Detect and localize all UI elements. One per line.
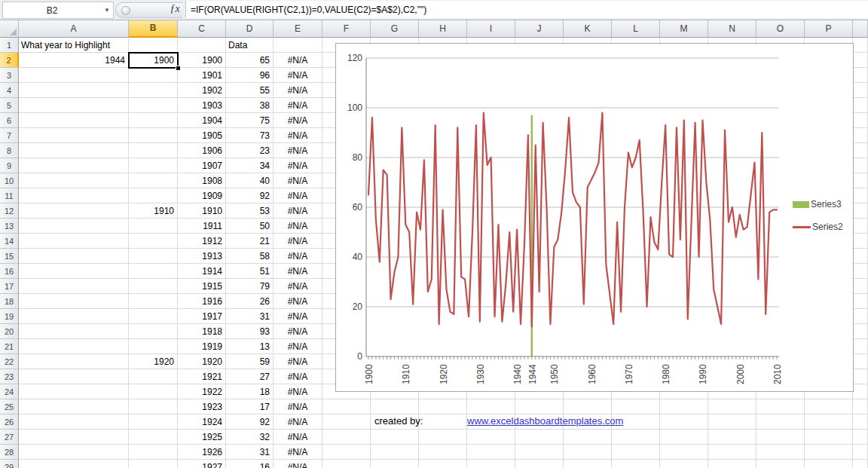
cell[interactable] [660, 460, 708, 468]
cell[interactable] [564, 430, 612, 445]
cell[interactable] [756, 445, 805, 460]
cell[interactable] [19, 68, 129, 83]
cell[interactable]: #N/A [274, 279, 322, 294]
row-header-16[interactable]: 16 [0, 264, 19, 279]
cell[interactable] [805, 460, 853, 468]
legend-item-series2[interactable]: Series2 [793, 222, 843, 232]
cell[interactable] [129, 414, 178, 430]
cell[interactable] [612, 445, 660, 460]
column-header-A[interactable]: A [19, 20, 129, 38]
cell[interactable]: 1925 [178, 430, 226, 445]
row-header-7[interactable]: 7 [0, 128, 19, 143]
cell[interactable]: 34 [226, 158, 274, 173]
cell[interactable] [708, 430, 756, 445]
cell[interactable]: 1920 [178, 354, 226, 369]
column-header-G[interactable]: G [371, 20, 419, 38]
cell[interactable]: 55 [226, 83, 274, 98]
cell[interactable] [19, 264, 129, 279]
cell[interactable]: 1918 [178, 324, 226, 339]
cell[interactable]: 40 [226, 173, 274, 188]
cell[interactable] [853, 399, 868, 414]
cell[interactable] [564, 445, 612, 460]
cell[interactable]: What year to Highlight [19, 38, 129, 53]
row-header-22[interactable]: 22 [0, 354, 19, 369]
cell[interactable]: #N/A [274, 309, 322, 324]
cell[interactable]: 31 [226, 445, 274, 460]
cell[interactable]: 75 [226, 113, 274, 128]
cell[interactable]: 58 [226, 249, 274, 264]
cell[interactable] [853, 188, 868, 203]
cell[interactable] [19, 158, 129, 173]
row-header-27[interactable]: 27 [0, 430, 19, 445]
cell[interactable]: 31 [226, 309, 274, 324]
cell[interactable]: 93 [226, 324, 274, 339]
cell[interactable]: 16 [226, 460, 274, 468]
cell[interactable] [19, 430, 129, 445]
cell[interactable]: 59 [226, 354, 274, 369]
cell[interactable]: 1907 [178, 158, 226, 173]
cell[interactable]: #N/A [274, 128, 322, 143]
cell[interactable] [853, 279, 868, 294]
cell[interactable]: #N/A [274, 203, 322, 219]
row-header-26[interactable]: 26 [0, 414, 19, 430]
cell[interactable] [853, 339, 868, 354]
cell[interactable] [853, 249, 868, 264]
cell[interactable] [371, 460, 419, 468]
cell[interactable] [19, 294, 129, 309]
cell[interactable]: #N/A [274, 369, 322, 384]
cell[interactable] [19, 324, 129, 339]
cell[interactable] [853, 309, 868, 324]
cell[interactable] [19, 234, 129, 249]
row-header-13[interactable]: 13 [0, 219, 19, 234]
row-header-24[interactable]: 24 [0, 384, 19, 399]
cell[interactable]: 1915 [178, 279, 226, 294]
cell[interactable]: 96 [226, 68, 274, 83]
cell[interactable]: 1911 [178, 219, 226, 234]
cell[interactable] [853, 128, 868, 143]
row-header-23[interactable]: 23 [0, 369, 19, 384]
cell[interactable] [853, 324, 868, 339]
cell[interactable] [129, 158, 178, 173]
cell[interactable] [19, 369, 129, 384]
name-box[interactable]: B2 ▼ [2, 2, 114, 19]
cell[interactable] [756, 430, 805, 445]
cell[interactable] [515, 430, 564, 445]
cell[interactable] [612, 430, 660, 445]
cell[interactable]: 73 [226, 128, 274, 143]
cell[interactable] [322, 445, 371, 460]
cell[interactable]: 17 [226, 399, 274, 414]
cell[interactable] [419, 399, 467, 414]
cell[interactable] [129, 339, 178, 354]
cell[interactable] [19, 203, 129, 219]
cell[interactable] [708, 445, 756, 460]
select-all-corner[interactable] [0, 20, 19, 38]
column-header-L[interactable]: L [612, 20, 660, 38]
cell[interactable]: 1910 [129, 203, 178, 219]
cell[interactable]: 1914 [178, 264, 226, 279]
cell[interactable]: #N/A [274, 158, 322, 173]
column-header-N[interactable]: N [708, 20, 756, 38]
cell[interactable] [419, 460, 467, 468]
cell[interactable]: 1926 [178, 445, 226, 460]
cell[interactable] [19, 249, 129, 264]
legend-item-series3[interactable]: Series3 [793, 199, 842, 210]
cell[interactable]: 92 [226, 414, 274, 430]
cell[interactable]: #N/A [274, 188, 322, 203]
cell[interactable] [129, 249, 178, 264]
column-header-M[interactable]: M [660, 20, 708, 38]
cell[interactable]: 1923 [178, 399, 226, 414]
cell[interactable]: 79 [226, 279, 274, 294]
cell[interactable]: 32 [226, 430, 274, 445]
cell[interactable] [178, 38, 226, 53]
row-header-2[interactable]: 2 [0, 53, 19, 68]
cell[interactable]: 1906 [178, 143, 226, 158]
cell[interactable]: #N/A [274, 98, 322, 113]
cell[interactable] [853, 173, 868, 188]
cell[interactable] [19, 128, 129, 143]
cell[interactable] [19, 279, 129, 294]
cell[interactable]: 18 [226, 384, 274, 399]
cell[interactable] [564, 460, 612, 468]
cell[interactable] [129, 445, 178, 460]
cell[interactable] [19, 445, 129, 460]
cell[interactable] [274, 38, 322, 53]
